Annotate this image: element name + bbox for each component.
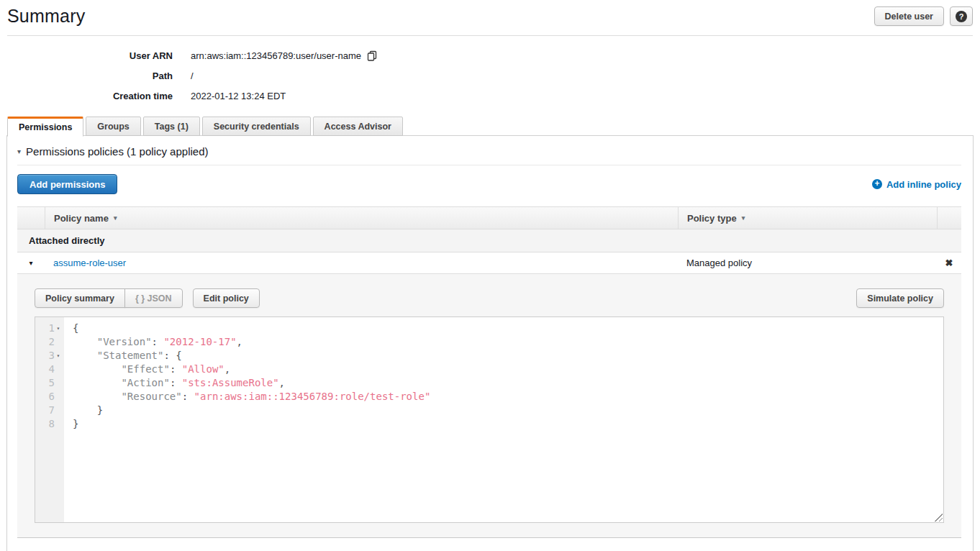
column-label: Policy type	[687, 213, 737, 224]
policy-name-link[interactable]: assume-role-user	[45, 258, 678, 268]
add-permissions-button[interactable]: Add permissions	[17, 174, 117, 194]
header-expand-cell	[17, 207, 45, 229]
gutter-line: 7	[35, 404, 64, 417]
tab-access-advisor[interactable]: Access Advisor	[313, 117, 403, 136]
token-val: "2012-10-17"	[163, 336, 236, 347]
token-key: "Version"	[97, 336, 152, 347]
tab-bar: PermissionsGroupsTags (1)Security creden…	[7, 117, 980, 136]
collapse-caret-icon: ▾	[17, 147, 21, 155]
table-group-row: Attached directly	[17, 229, 961, 252]
iam-user-summary-page: Summary Delete user ? User ARNarn:aws:ia…	[0, 0, 980, 551]
token-plain: }	[73, 404, 103, 416]
line-number: 5	[49, 376, 55, 390]
token-plain: ,	[279, 377, 285, 388]
token-val: "Allow"	[182, 363, 224, 375]
code-line: "Version": "2012-10-17",	[73, 335, 943, 349]
code-line: }	[73, 417, 943, 431]
info-value: 2022-01-12 13:24 EDT	[191, 91, 286, 101]
section-heading: Permissions policies (1 policy applied)	[26, 145, 208, 158]
token-key: "Statement"	[97, 350, 164, 361]
detach-policy-icon[interactable]: ✖	[937, 258, 961, 268]
page-title: Summary	[7, 6, 85, 27]
info-label: Creation time	[0, 91, 173, 101]
token-plain: }	[73, 418, 78, 429]
info-label: User ARN	[0, 50, 173, 61]
gutter-line: 8	[35, 417, 64, 431]
gutter-line: 4	[35, 363, 64, 376]
code-line: }	[73, 404, 943, 417]
simulate-policy-button[interactable]: Simulate policy	[856, 288, 944, 308]
copy-icon[interactable]	[367, 50, 377, 61]
token-plain	[73, 363, 121, 375]
row-expand-caret-icon[interactable]: ▾	[17, 259, 45, 267]
gutter-line: 6	[35, 390, 64, 404]
policy-table: Policy name▾Policy type▾ Attached direct…	[17, 206, 961, 538]
tab-security-credentials[interactable]: Security credentials	[202, 117, 311, 136]
code-line: {	[73, 322, 943, 335]
line-number: 7	[49, 404, 55, 417]
gutter-line: 2	[35, 335, 64, 349]
tab-tags[interactable]: Tags (1)	[143, 117, 200, 136]
policy-json-editor[interactable]: 1▾23▾45678 { "Version": "2012-10-17", "S…	[35, 317, 944, 523]
delete-user-button[interactable]: Delete user	[874, 6, 944, 26]
view-toggle-group: Policy summary{ } JSON	[35, 288, 183, 308]
header-actions: Delete user ?	[874, 6, 973, 26]
editor-gutter: 1▾23▾45678	[35, 317, 64, 522]
policy-row: ▾assume-role-userManaged policy✖	[17, 252, 961, 274]
help-button[interactable]: ?	[950, 6, 973, 26]
policy-view-toolbar: Policy summary{ } JSON Edit policy Simul…	[35, 288, 944, 308]
token-plain	[73, 350, 97, 361]
token-key: "Action"	[121, 377, 169, 388]
header-actions-cell	[937, 207, 961, 229]
sort-caret-icon: ▾	[742, 214, 745, 222]
json-view-button[interactable]: { } JSON	[124, 288, 183, 308]
column-label: Policy name	[54, 213, 109, 224]
policy-actions-row: Add permissions + Add inline policy	[17, 174, 961, 194]
line-number: 4	[49, 363, 55, 376]
code-line: "Action": "sts:AssumeRole",	[73, 376, 943, 390]
gutter-line: 1▾	[35, 322, 64, 335]
token-plain: :	[170, 363, 182, 375]
token-plain	[73, 377, 121, 388]
code-line: "Effect": "Allow",	[73, 363, 943, 376]
token-plain: ,	[237, 336, 242, 347]
editor-code[interactable]: { "Version": "2012-10-17", "Statement": …	[64, 317, 943, 522]
user-info-row: Path/	[0, 65, 980, 86]
user-info: User ARNarn:aws:iam::123456789:user/user…	[0, 36, 980, 106]
policy-summary-button[interactable]: Policy summary	[35, 288, 125, 308]
policy-table-rows: ▾assume-role-userManaged policy✖	[17, 252, 961, 274]
user-info-row: Creation time2022-01-12 13:24 EDT	[0, 86, 980, 106]
user-info-row: User ARNarn:aws:iam::123456789:user/user…	[0, 45, 980, 65]
column-header-policy-type[interactable]: Policy type▾	[678, 207, 937, 229]
line-number: 2	[49, 335, 55, 349]
token-key: "Effect"	[121, 363, 169, 375]
token-plain: ,	[224, 363, 230, 375]
info-label: Path	[0, 70, 173, 81]
permissions-policies-section-header[interactable]: ▾ Permissions policies (1 policy applied…	[17, 136, 961, 158]
column-header-policy-name[interactable]: Policy name▾	[45, 207, 678, 229]
add-inline-policy-link[interactable]: + Add inline policy	[872, 179, 961, 190]
permissions-tab-panel: ▾ Permissions policies (1 policy applied…	[6, 135, 974, 551]
token-plain: :	[152, 336, 164, 347]
line-number: 8	[49, 417, 55, 431]
gutter-line: 5	[35, 376, 64, 390]
token-key: "Resource"	[121, 391, 181, 402]
edit-policy-button[interactable]: Edit policy	[193, 288, 260, 308]
plus-circle-icon: +	[872, 179, 882, 189]
policy-type-value: Managed policy	[678, 258, 937, 268]
token-val: "arn:aws:iam::123456789:role/test-role"	[194, 391, 431, 402]
token-plain	[73, 391, 121, 402]
tab-permissions[interactable]: Permissions	[7, 117, 83, 137]
token-val: "sts:AssumeRole"	[182, 377, 279, 388]
line-number: 6	[49, 390, 55, 404]
token-plain: : {	[163, 350, 181, 361]
fold-caret-icon[interactable]: ▾	[55, 322, 62, 335]
fold-caret-icon[interactable]: ▾	[55, 349, 62, 363]
info-value: arn:aws:iam::123456789:user/user-name	[191, 50, 377, 61]
token-plain: {	[73, 322, 78, 334]
code-line: "Statement": {	[73, 349, 943, 363]
line-number: 3	[49, 349, 55, 363]
tab-groups[interactable]: Groups	[86, 117, 140, 136]
policy-detail-panel: Policy summary{ } JSON Edit policy Simul…	[17, 274, 961, 538]
page-header: Summary Delete user ?	[7, 0, 973, 36]
